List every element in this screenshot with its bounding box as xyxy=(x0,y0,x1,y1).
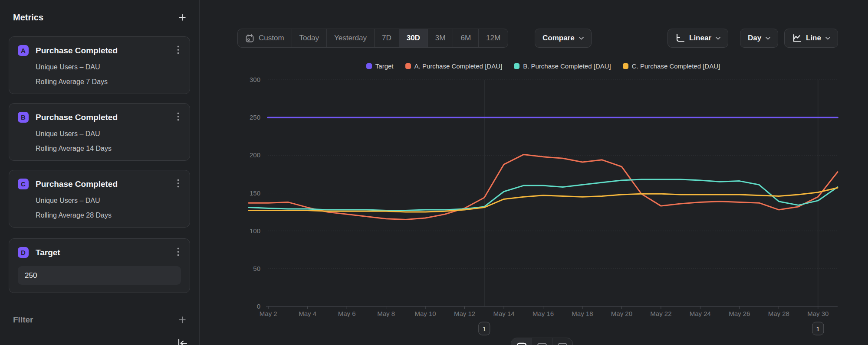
layout-table-button[interactable] xyxy=(552,338,572,345)
range-option-6m[interactable]: 6M xyxy=(453,29,478,47)
range-option-label: 7D xyxy=(382,34,391,42)
linear-axis-icon xyxy=(675,33,685,43)
metrics-sidebar: Metrics APurchase CompletedUnique Users … xyxy=(0,0,200,345)
chart-type-select-button[interactable]: Line xyxy=(784,29,838,48)
chevron-down-icon xyxy=(766,37,770,40)
range-option-30d[interactable]: 30D xyxy=(399,29,427,47)
range-option-label: Custom xyxy=(259,34,284,42)
metric-card-d[interactable]: DTarget xyxy=(9,238,190,293)
metric-more-options-button[interactable] xyxy=(175,45,181,56)
metric-transform: Rolling Average 7 Days xyxy=(36,78,181,86)
x-axis-tick-label: May 2 xyxy=(260,310,277,317)
y-axis-tick-label: 0 xyxy=(257,303,260,310)
target-value-input[interactable] xyxy=(18,266,181,285)
x-axis-tick-label: May 12 xyxy=(454,310,475,317)
sidebar-title: Metrics xyxy=(13,13,43,23)
range-option-12m[interactable]: 12M xyxy=(478,29,508,47)
metric-more-options-button[interactable] xyxy=(175,111,181,123)
x-axis-tick-label: May 6 xyxy=(338,310,356,317)
compare-button[interactable]: Compare xyxy=(535,29,592,48)
x-axis-tick-label: May 18 xyxy=(572,310,593,317)
layout-chart-button[interactable] xyxy=(511,338,532,345)
range-option-label: Yesterday xyxy=(334,34,367,42)
x-axis-tick-label: May 30 xyxy=(807,310,829,317)
granularity-label: Day xyxy=(748,34,761,42)
metric-card-b[interactable]: BPurchase CompletedUnique Users – DAURol… xyxy=(9,103,190,161)
metric-measure: Unique Users – DAU xyxy=(36,63,181,71)
kebab-icon xyxy=(177,112,179,121)
metric-transform: Rolling Average 28 Days xyxy=(36,212,181,219)
metric-more-options-button[interactable] xyxy=(175,247,181,258)
x-axis-tick-label: May 22 xyxy=(650,310,671,317)
x-axis-tick-label: May 24 xyxy=(690,310,711,317)
layout-split-button[interactable] xyxy=(532,338,552,345)
range-option-3m[interactable]: 3M xyxy=(427,29,453,47)
add-metric-button[interactable] xyxy=(177,12,188,23)
metric-measure: Unique Users – DAU xyxy=(36,130,181,138)
y-axis-tick-label: 300 xyxy=(250,76,260,83)
metric-letter-badge: C xyxy=(18,179,29,189)
metric-card-a[interactable]: APurchase CompletedUnique Users – DAURol… xyxy=(9,36,190,94)
metric-transform: Rolling Average 14 Days xyxy=(36,145,181,153)
metric-card-c[interactable]: CPurchase CompletedUnique Users – DAURol… xyxy=(9,170,190,228)
metric-more-options-button[interactable] xyxy=(175,178,181,190)
range-option-label: Today xyxy=(299,34,319,42)
sidebar-header: Metrics xyxy=(13,10,188,24)
kebab-icon xyxy=(177,46,179,54)
annotation-badge[interactable]: 1 xyxy=(479,322,490,335)
plus-icon xyxy=(178,316,186,324)
metric-title: Purchase Completed xyxy=(36,113,175,122)
chevron-down-icon xyxy=(579,37,584,40)
range-option-7d[interactable]: 7D xyxy=(374,29,399,47)
annotation-badge-label: 1 xyxy=(483,325,486,332)
range-option-today[interactable]: Today xyxy=(292,29,326,47)
range-option-label: 12M xyxy=(486,34,500,42)
collapse-left-icon xyxy=(176,338,189,345)
metric-title: Purchase Completed xyxy=(36,46,175,55)
x-axis-tick-label: May 16 xyxy=(533,310,554,317)
y-axis-tick-label: 150 xyxy=(250,189,260,197)
y-axis-tick-label: 200 xyxy=(250,151,260,159)
chart-type-label: Line xyxy=(806,34,821,42)
x-axis-tick-label: May 10 xyxy=(414,310,436,317)
range-option-yesterday[interactable]: Yesterday xyxy=(326,29,374,47)
layout-toggle-group xyxy=(511,338,573,345)
x-axis-tick-label: May 28 xyxy=(768,310,789,317)
kebab-icon xyxy=(177,247,179,256)
chart-canvas[interactable]: 050100150200250300May 2May 4May 6May 8Ma… xyxy=(200,56,868,345)
x-axis-tick-label: May 20 xyxy=(611,310,632,317)
line-chart-icon xyxy=(792,33,802,43)
metric-measure: Unique Users – DAU xyxy=(36,197,181,205)
layout-plain-icon xyxy=(557,342,568,345)
y-axis-tick-label: 50 xyxy=(253,265,260,272)
collapse-sidebar-button[interactable] xyxy=(175,337,190,345)
layout-header-icon xyxy=(536,342,548,345)
x-axis-tick-label: May 4 xyxy=(299,310,316,317)
granularity-select-button[interactable]: Day xyxy=(740,29,778,48)
scale-select-button[interactable]: Linear xyxy=(667,29,728,48)
range-option-custom[interactable]: Custom xyxy=(238,29,292,47)
annotation-badge-label: 1 xyxy=(816,325,820,332)
add-filter-button[interactable] xyxy=(177,314,188,325)
calendar-icon xyxy=(245,34,254,43)
sidebar-divider xyxy=(0,330,199,330)
x-axis-tick-label: May 26 xyxy=(729,310,750,317)
plus-icon xyxy=(178,13,186,21)
scale-label: Linear xyxy=(689,34,711,42)
chevron-down-icon xyxy=(825,37,830,40)
series-line-c-purchase-completed-dau[interactable] xyxy=(249,188,838,212)
metric-letter-badge: A xyxy=(18,45,29,56)
x-axis-tick-label: May 14 xyxy=(493,310,514,317)
metric-letter-badge: D xyxy=(18,247,29,258)
metric-title: Purchase Completed xyxy=(36,179,175,189)
range-option-label: 3M xyxy=(435,34,446,42)
chart-panel: CustomTodayYesterday7D30D3M6M12M Compare… xyxy=(200,0,868,345)
annotation-badge[interactable]: 1 xyxy=(812,322,824,335)
y-axis-tick-label: 250 xyxy=(250,114,260,121)
y-axis-tick-label: 100 xyxy=(250,227,260,234)
date-range-control: CustomTodayYesterday7D30D3M6M12M xyxy=(237,29,508,48)
range-option-label: 30D xyxy=(407,34,420,42)
x-axis-tick-label: May 8 xyxy=(377,310,395,317)
metric-title: Target xyxy=(36,248,175,257)
layout-full-icon xyxy=(516,342,527,345)
